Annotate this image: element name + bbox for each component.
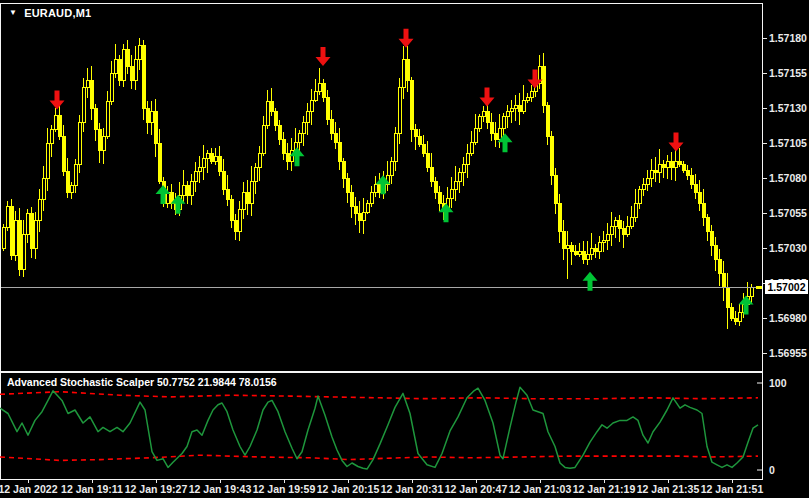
- candle-body-bull: [606, 234, 609, 240]
- candle-body-bear: [730, 307, 733, 318]
- candle-body-bull: [474, 128, 477, 142]
- candle-body-bear: [486, 111, 489, 122]
- candle-body-bull: [42, 178, 45, 199]
- candle-body-bear: [554, 175, 557, 203]
- candle-body-bull: [46, 143, 49, 178]
- candle-body-bull: [114, 59, 117, 73]
- candle-body-bull: [530, 91, 533, 97]
- candle-body-bull: [598, 242, 601, 251]
- candle-body-bear: [734, 318, 737, 321]
- bid-price-marker: [756, 286, 762, 289]
- price-axis[interactable]: 1.57002 1.571801.571551.571301.571051.57…: [763, 0, 809, 480]
- candle-body-bull: [194, 171, 197, 181]
- candle-body-bull: [478, 116, 481, 128]
- candle-body-bear: [130, 66, 133, 80]
- indicator-scale-min: 0: [769, 464, 775, 476]
- candle-body-bull: [454, 181, 457, 189]
- time-tick-label: 12 Jan 2022: [0, 483, 57, 495]
- candle-body-bear: [490, 122, 493, 133]
- candle-body-bull: [646, 178, 649, 184]
- time-tick-label: 12 Jan 20:47: [445, 483, 507, 495]
- candle-body-bull: [506, 111, 509, 116]
- price-tick-dash: [762, 318, 767, 319]
- candle-body-bear: [494, 133, 497, 139]
- candle-body-bear: [426, 153, 429, 167]
- indicator-background: [0, 372, 763, 481]
- candle-body-bear: [222, 171, 225, 189]
- price-chart[interactable]: [0, 0, 763, 372]
- candle-body-bear: [558, 203, 561, 231]
- candle-body-bear: [62, 136, 65, 171]
- price-tick-label: 1.57130: [769, 102, 807, 114]
- candle-body-bull: [102, 136, 105, 150]
- candle-body-bull: [302, 122, 305, 133]
- candle-body-bull: [526, 97, 529, 100]
- candle-body-bull: [634, 203, 637, 217]
- candle-body-bear: [570, 245, 573, 251]
- candle-body-bull: [110, 73, 113, 101]
- candle-body-bear: [582, 251, 585, 259]
- candle-body-bear: [142, 45, 145, 108]
- candle-body-bear: [350, 192, 353, 206]
- candle-body-bear: [58, 115, 61, 136]
- candle-body-bear: [278, 125, 281, 139]
- time-axis[interactable]: 12 Jan 202212 Jan 19:1112 Jan 19:2712 Ja…: [0, 480, 809, 498]
- indicator-scale-max: 100: [769, 377, 787, 389]
- candle-body-bear: [270, 101, 273, 111]
- candle-body-bull: [362, 212, 365, 220]
- price-tick-label: 1.57080: [769, 172, 807, 184]
- candle-body-bull: [78, 122, 81, 164]
- candle-body-bull: [6, 206, 9, 227]
- price-tick-label: 1.57180: [769, 32, 807, 44]
- candle-body-bear: [430, 167, 433, 181]
- candle-body-bear: [18, 220, 21, 269]
- candle-body-bear: [434, 181, 437, 192]
- candle-body-bull: [254, 167, 257, 181]
- candle-body-bull: [626, 226, 629, 234]
- candle-body-bear: [274, 111, 277, 125]
- candle-body-bear: [66, 171, 69, 192]
- time-tick-label: 12 Jan 20:31: [381, 483, 443, 495]
- candle-body-bull: [750, 287, 753, 296]
- candle-body-bull: [2, 227, 5, 248]
- candle-body-bull: [522, 100, 525, 111]
- symbol-bar: ▼ EURAUD,M1: [9, 7, 91, 19]
- candle-body-bull: [738, 312, 741, 321]
- candle-body-bull: [466, 153, 469, 164]
- candle-body-bear: [346, 178, 349, 192]
- time-tick-label: 12 Jan 19:59: [253, 483, 315, 495]
- candle-body-bull: [262, 125, 265, 153]
- candle-body-bull: [214, 156, 217, 161]
- candle-body-bull: [610, 226, 613, 234]
- candle-body-bull: [38, 199, 41, 220]
- price-tick-label: 1.56980: [769, 312, 807, 324]
- candle-body-bear: [594, 248, 597, 251]
- stochastic-panel[interactable]: [0, 372, 763, 481]
- price-tick-dash: [762, 38, 767, 39]
- candle-body-bear: [698, 192, 701, 203]
- candle-body-bull: [22, 234, 25, 269]
- candle-body-bull: [318, 83, 321, 91]
- candle-body-bear: [562, 231, 565, 248]
- candle-body-bull: [86, 80, 89, 87]
- candle-body-bull: [206, 153, 209, 158]
- bid-price-box: 1.57002: [765, 280, 808, 294]
- candle-body-bull: [470, 142, 473, 153]
- candle-body-bull: [242, 192, 245, 209]
- candle-body-bear: [358, 213, 361, 220]
- candle-body-bull: [266, 101, 269, 125]
- candle-body-bear: [322, 83, 325, 97]
- candle-body-bull: [26, 213, 29, 234]
- candle-body-bear: [518, 105, 521, 111]
- candle-body-bull: [666, 161, 669, 167]
- candle-body-bull: [310, 100, 313, 111]
- price-tick-dash: [762, 178, 767, 179]
- candle-body-bear: [670, 161, 673, 167]
- candle-body-bull: [150, 111, 153, 122]
- candle-body-bull: [510, 108, 513, 111]
- indicator-name: Advanced Stochastic Scalper: [7, 376, 154, 388]
- candle-body-bear: [542, 66, 545, 105]
- candle-body-bull: [578, 251, 581, 254]
- candle-body-bear: [326, 97, 329, 119]
- candle-body-bear: [126, 49, 129, 66]
